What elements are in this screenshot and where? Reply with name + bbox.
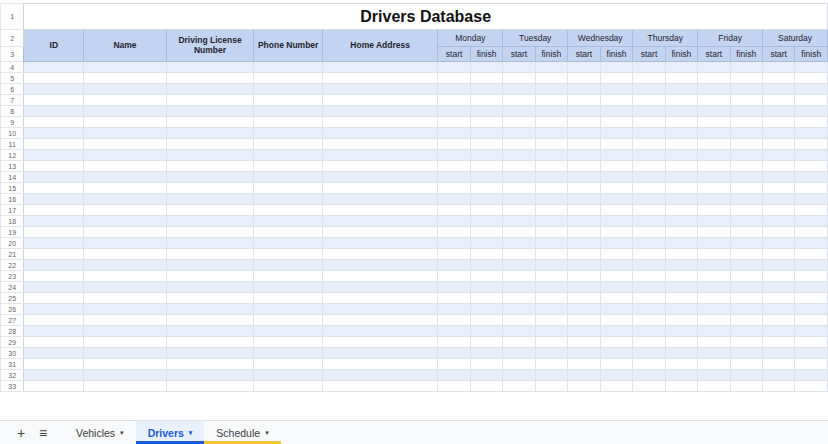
cell[interactable]	[503, 348, 535, 359]
cell[interactable]	[600, 348, 633, 359]
cell[interactable]	[730, 95, 763, 106]
cell[interactable]	[84, 315, 167, 326]
cell[interactable]	[730, 271, 763, 282]
cell[interactable]	[795, 249, 828, 260]
cell[interactable]	[730, 84, 763, 95]
cell[interactable]	[633, 359, 665, 370]
cell[interactable]	[665, 304, 698, 315]
cell[interactable]	[600, 84, 633, 95]
cell[interactable]	[730, 370, 763, 381]
cell[interactable]	[166, 282, 254, 293]
cell[interactable]	[503, 117, 535, 128]
cell[interactable]	[84, 150, 167, 161]
cell[interactable]	[633, 249, 665, 260]
subcolumn-header[interactable]: finish	[795, 47, 828, 62]
cell[interactable]	[24, 260, 84, 271]
cell[interactable]	[470, 73, 503, 84]
cell[interactable]	[795, 62, 828, 73]
cell[interactable]	[166, 205, 254, 216]
row-header[interactable]: 17	[1, 205, 24, 216]
cell[interactable]	[763, 73, 795, 84]
cell[interactable]	[600, 150, 633, 161]
cell[interactable]	[763, 381, 795, 392]
cell[interactable]	[698, 95, 730, 106]
cell[interactable]	[633, 73, 665, 84]
cell[interactable]	[568, 359, 601, 370]
cell[interactable]	[633, 260, 665, 271]
cell[interactable]	[322, 227, 438, 238]
cell[interactable]	[322, 326, 438, 337]
cell[interactable]	[503, 73, 535, 84]
cell[interactable]	[665, 381, 698, 392]
cell[interactable]	[322, 84, 438, 95]
cell[interactable]	[322, 293, 438, 304]
row-header[interactable]: 16	[1, 194, 24, 205]
cell[interactable]	[24, 293, 84, 304]
cell[interactable]	[633, 150, 665, 161]
cell[interactable]	[84, 161, 167, 172]
row-header[interactable]: 24	[1, 282, 24, 293]
cell[interactable]	[470, 304, 503, 315]
cell[interactable]	[698, 249, 730, 260]
cell[interactable]	[665, 172, 698, 183]
cell[interactable]	[166, 117, 254, 128]
cell[interactable]	[254, 117, 322, 128]
cell[interactable]	[665, 348, 698, 359]
cell[interactable]	[600, 117, 633, 128]
cell[interactable]	[84, 183, 167, 194]
cell[interactable]	[730, 227, 763, 238]
cell[interactable]	[665, 205, 698, 216]
cell[interactable]	[795, 150, 828, 161]
cell[interactable]	[438, 315, 470, 326]
cell[interactable]	[535, 117, 568, 128]
cell[interactable]	[730, 150, 763, 161]
cell[interactable]	[322, 381, 438, 392]
cell[interactable]	[503, 249, 535, 260]
cell[interactable]	[535, 227, 568, 238]
cell[interactable]	[503, 282, 535, 293]
cell[interactable]	[503, 84, 535, 95]
row-header[interactable]: 6	[1, 84, 24, 95]
cell[interactable]	[438, 73, 470, 84]
cell[interactable]	[84, 172, 167, 183]
cell[interactable]	[166, 139, 254, 150]
cell[interactable]	[698, 194, 730, 205]
column-header[interactable]: Name	[84, 30, 167, 62]
cell[interactable]	[24, 381, 84, 392]
cell[interactable]	[24, 304, 84, 315]
cell[interactable]	[568, 348, 601, 359]
cell[interactable]	[600, 128, 633, 139]
day-header[interactable]: Wednesday	[568, 30, 633, 47]
cell[interactable]	[535, 260, 568, 271]
cell[interactable]	[438, 95, 470, 106]
cell[interactable]	[535, 293, 568, 304]
cell[interactable]	[24, 348, 84, 359]
cell[interactable]	[535, 370, 568, 381]
cell[interactable]	[633, 84, 665, 95]
cell[interactable]	[633, 161, 665, 172]
cell[interactable]	[322, 194, 438, 205]
cell[interactable]	[166, 348, 254, 359]
cell[interactable]	[322, 205, 438, 216]
day-header[interactable]: Thursday	[633, 30, 698, 47]
cell[interactable]	[470, 216, 503, 227]
cell[interactable]	[568, 106, 601, 117]
cell[interactable]	[730, 73, 763, 84]
cell[interactable]	[665, 238, 698, 249]
cell[interactable]	[535, 337, 568, 348]
cell[interactable]	[665, 62, 698, 73]
cell[interactable]	[166, 95, 254, 106]
cell[interactable]	[84, 117, 167, 128]
row-header[interactable]: 32	[1, 370, 24, 381]
cell[interactable]	[568, 337, 601, 348]
subcolumn-header[interactable]: start	[633, 47, 665, 62]
cell[interactable]	[84, 95, 167, 106]
cell[interactable]	[166, 249, 254, 260]
cell[interactable]	[322, 128, 438, 139]
cell[interactable]	[438, 227, 470, 238]
cell[interactable]	[698, 84, 730, 95]
cell[interactable]	[730, 216, 763, 227]
cell[interactable]	[470, 205, 503, 216]
cell[interactable]	[698, 326, 730, 337]
cell[interactable]	[633, 106, 665, 117]
